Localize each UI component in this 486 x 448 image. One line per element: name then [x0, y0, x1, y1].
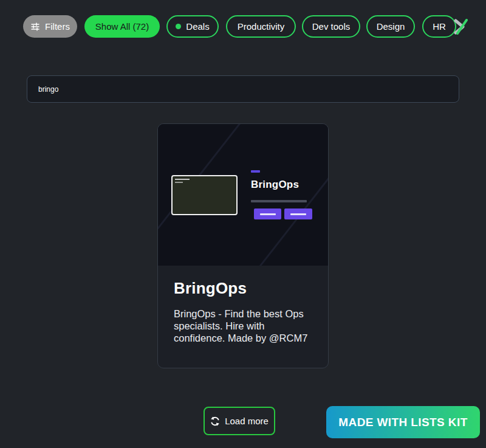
category-label: Dev tools [312, 21, 351, 32]
sliders-icon [30, 22, 40, 31]
card-thumbnail: BringOps [158, 124, 328, 266]
thumb-accent-dash [251, 170, 260, 173]
thumb-cta-label [290, 213, 306, 215]
thumb-heading: BringOps [251, 179, 299, 191]
thumb-cta-button [254, 208, 281, 219]
made-with-lists-kit-badge[interactable]: MADE WITH LISTS KIT [326, 406, 480, 438]
search-input[interactable] [27, 75, 459, 103]
filter-show-all[interactable]: Show All (72) [84, 15, 160, 38]
result-card-bringops[interactable]: BringOps BringOps BringOps - Find the be… [157, 123, 329, 368]
filter-category-deals[interactable]: Deals [166, 15, 219, 38]
filter-category-dev-tools[interactable]: Dev tools [302, 15, 360, 38]
thumb-cta-label [260, 213, 276, 215]
card-title: BringOps [174, 279, 312, 298]
category-label: Deals [186, 21, 209, 32]
filters-label: Filters [45, 21, 70, 32]
load-more-button[interactable]: Load more [204, 407, 275, 435]
thumb-cta-button [284, 208, 312, 219]
card-body: BringOps BringOps - Find the best Ops sp… [158, 266, 328, 344]
badge-label: MADE WITH LISTS KIT [338, 416, 467, 429]
category-label: HR [433, 21, 446, 32]
deals-dot-icon [176, 24, 181, 29]
category-label: Productivity [238, 21, 285, 32]
filter-category-hr[interactable]: HR [422, 15, 456, 38]
refresh-icon [210, 416, 220, 426]
filters-button[interactable]: Filters [23, 15, 77, 38]
x-chevron-icon[interactable] [453, 18, 469, 35]
filter-category-design[interactable]: Design [366, 15, 415, 38]
directory-page: Filters Show All (72) Deals Productivity… [0, 0, 486, 448]
thumb-terminal-screenshot [171, 175, 238, 215]
category-label: Design [377, 21, 405, 32]
card-description: BringOps - Find the best Ops specialists… [174, 308, 312, 344]
thumb-terminal-text [175, 179, 190, 180]
show-all-label: Show All (72) [95, 21, 149, 32]
filter-category-productivity[interactable]: Productivity [226, 15, 296, 38]
load-more-label: Load more [225, 416, 269, 426]
thumb-tagline-text [251, 200, 307, 202]
thumb-terminal-text [175, 182, 183, 183]
